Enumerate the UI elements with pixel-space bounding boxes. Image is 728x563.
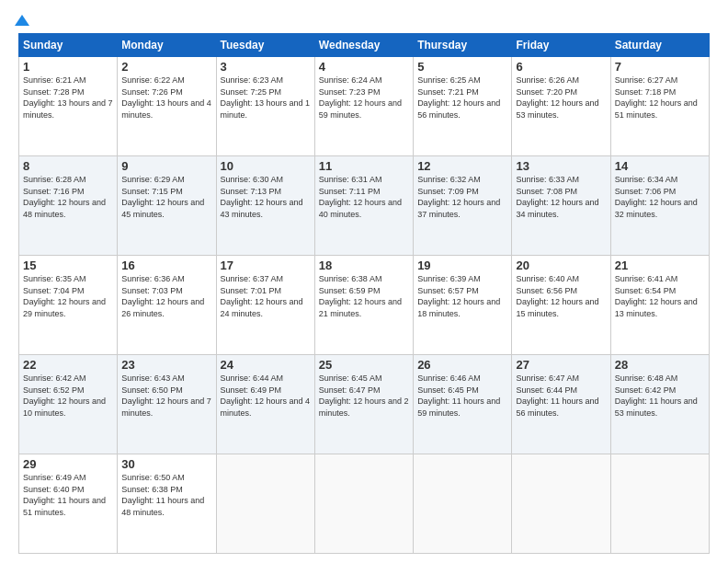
day-number: 22 (23, 358, 113, 372)
day-number: 23 (121, 358, 211, 372)
day-number: 5 (417, 60, 507, 74)
day-info: Sunrise: 6:37 AMSunset: 7:01 PMDaylight:… (221, 273, 311, 319)
day-info: Sunrise: 6:24 AMSunset: 7:23 PMDaylight:… (319, 75, 409, 121)
day-number: 3 (221, 60, 311, 74)
calendar-cell: 7Sunrise: 6:27 AMSunset: 7:18 PMDaylight… (610, 57, 709, 156)
day-info: Sunrise: 6:31 AMSunset: 7:11 PMDaylight:… (319, 174, 409, 220)
calendar-cell: 11Sunrise: 6:31 AMSunset: 7:11 PMDayligh… (314, 156, 413, 256)
calendar-table: SundayMondayTuesdayWednesdayThursdayFrid… (18, 33, 710, 554)
calendar-cell: 14Sunrise: 6:34 AMSunset: 7:06 PMDayligh… (610, 156, 709, 256)
calendar-cell (216, 454, 314, 554)
calendar-cell (512, 454, 610, 554)
calendar-cell: 3Sunrise: 6:23 AMSunset: 7:25 PMDaylight… (216, 57, 314, 156)
day-info: Sunrise: 6:41 AMSunset: 6:54 PMDaylight:… (615, 273, 705, 319)
day-number: 2 (121, 60, 211, 74)
logo-triangle-icon (15, 15, 29, 26)
day-header: Thursday (414, 34, 512, 57)
logo (18, 15, 29, 26)
calendar-cell: 15Sunrise: 6:35 AMSunset: 7:04 PMDayligh… (19, 256, 118, 355)
calendar-cell: 6Sunrise: 6:26 AMSunset: 7:20 PMDaylight… (512, 57, 610, 156)
calendar-cell: 18Sunrise: 6:38 AMSunset: 6:59 PMDayligh… (314, 256, 413, 355)
day-number: 4 (319, 60, 409, 74)
day-number: 8 (23, 159, 113, 173)
day-info: Sunrise: 6:22 AMSunset: 7:26 PMDaylight:… (121, 75, 211, 121)
day-info: Sunrise: 6:35 AMSunset: 7:04 PMDaylight:… (23, 273, 113, 319)
day-info: Sunrise: 6:26 AMSunset: 7:20 PMDaylight:… (516, 75, 606, 121)
day-number: 26 (417, 358, 507, 372)
calendar-cell: 9Sunrise: 6:29 AMSunset: 7:15 PMDaylight… (118, 156, 216, 256)
day-info: Sunrise: 6:25 AMSunset: 7:21 PMDaylight:… (417, 75, 507, 121)
calendar-cell: 27Sunrise: 6:47 AMSunset: 6:44 PMDayligh… (512, 355, 610, 454)
day-info: Sunrise: 6:43 AMSunset: 6:50 PMDaylight:… (121, 373, 211, 419)
day-info: Sunrise: 6:33 AMSunset: 7:08 PMDaylight:… (516, 174, 606, 220)
day-info: Sunrise: 6:28 AMSunset: 7:16 PMDaylight:… (23, 174, 113, 220)
calendar-cell: 2Sunrise: 6:22 AMSunset: 7:26 PMDaylight… (118, 57, 216, 156)
day-info: Sunrise: 6:47 AMSunset: 6:44 PMDaylight:… (516, 373, 606, 419)
day-info: Sunrise: 6:21 AMSunset: 7:28 PMDaylight:… (23, 75, 113, 121)
calendar-cell: 12Sunrise: 6:32 AMSunset: 7:09 PMDayligh… (414, 156, 512, 256)
calendar-cell: 29Sunrise: 6:49 AMSunset: 6:40 PMDayligh… (19, 454, 118, 554)
day-header: Sunday (19, 34, 118, 57)
day-number: 13 (516, 159, 606, 173)
day-header: Tuesday (216, 34, 314, 57)
day-info: Sunrise: 6:50 AMSunset: 6:38 PMDaylight:… (121, 472, 211, 518)
day-number: 9 (121, 159, 211, 173)
day-info: Sunrise: 6:27 AMSunset: 7:18 PMDaylight:… (615, 75, 705, 121)
calendar-cell: 17Sunrise: 6:37 AMSunset: 7:01 PMDayligh… (216, 256, 314, 355)
day-info: Sunrise: 6:38 AMSunset: 6:59 PMDaylight:… (319, 273, 409, 319)
calendar-cell: 25Sunrise: 6:45 AMSunset: 6:47 PMDayligh… (314, 355, 413, 454)
calendar-cell: 19Sunrise: 6:39 AMSunset: 6:57 PMDayligh… (414, 256, 512, 355)
day-info: Sunrise: 6:49 AMSunset: 6:40 PMDaylight:… (23, 472, 113, 518)
day-number: 12 (417, 159, 507, 173)
day-number: 11 (319, 159, 409, 173)
header (18, 15, 710, 26)
day-header: Wednesday (314, 34, 413, 57)
day-info: Sunrise: 6:34 AMSunset: 7:06 PMDaylight:… (615, 174, 705, 220)
day-info: Sunrise: 6:30 AMSunset: 7:13 PMDaylight:… (221, 174, 311, 220)
day-number: 20 (516, 259, 606, 272)
day-number: 10 (221, 159, 311, 173)
calendar-cell: 22Sunrise: 6:42 AMSunset: 6:52 PMDayligh… (19, 355, 118, 454)
calendar-cell (314, 454, 413, 554)
calendar-cell: 13Sunrise: 6:33 AMSunset: 7:08 PMDayligh… (512, 156, 610, 256)
day-number: 25 (319, 358, 409, 372)
calendar-cell: 4Sunrise: 6:24 AMSunset: 7:23 PMDaylight… (314, 57, 413, 156)
day-info: Sunrise: 6:42 AMSunset: 6:52 PMDaylight:… (23, 373, 113, 419)
calendar-cell: 16Sunrise: 6:36 AMSunset: 7:03 PMDayligh… (118, 256, 216, 355)
day-info: Sunrise: 6:23 AMSunset: 7:25 PMDaylight:… (221, 75, 311, 121)
day-info: Sunrise: 6:40 AMSunset: 6:56 PMDaylight:… (516, 273, 606, 319)
day-number: 19 (417, 259, 507, 272)
day-header: Saturday (610, 34, 709, 57)
calendar-cell: 24Sunrise: 6:44 AMSunset: 6:49 PMDayligh… (216, 355, 314, 454)
calendar-cell: 20Sunrise: 6:40 AMSunset: 6:56 PMDayligh… (512, 256, 610, 355)
calendar-cell: 5Sunrise: 6:25 AMSunset: 7:21 PMDaylight… (414, 57, 512, 156)
day-number: 16 (121, 259, 211, 272)
logo-block (18, 15, 29, 26)
calendar-cell: 26Sunrise: 6:46 AMSunset: 6:45 PMDayligh… (414, 355, 512, 454)
day-info: Sunrise: 6:45 AMSunset: 6:47 PMDaylight:… (319, 373, 409, 419)
calendar-cell: 8Sunrise: 6:28 AMSunset: 7:16 PMDaylight… (19, 156, 118, 256)
day-info: Sunrise: 6:32 AMSunset: 7:09 PMDaylight:… (417, 174, 507, 220)
calendar-cell (610, 454, 709, 554)
day-info: Sunrise: 6:44 AMSunset: 6:49 PMDaylight:… (221, 373, 311, 419)
day-number: 24 (221, 358, 311, 372)
page: SundayMondayTuesdayWednesdayThursdayFrid… (0, 0, 728, 563)
calendar-cell: 1Sunrise: 6:21 AMSunset: 7:28 PMDaylight… (19, 57, 118, 156)
day-number: 21 (615, 259, 705, 272)
day-info: Sunrise: 6:48 AMSunset: 6:42 PMDaylight:… (615, 373, 705, 419)
day-number: 18 (319, 259, 409, 272)
day-header: Monday (118, 34, 216, 57)
day-info: Sunrise: 6:46 AMSunset: 6:45 PMDaylight:… (417, 373, 507, 419)
day-number: 1 (23, 60, 113, 74)
day-number: 14 (615, 159, 705, 173)
day-number: 29 (23, 457, 113, 471)
day-number: 28 (615, 358, 705, 372)
day-info: Sunrise: 6:36 AMSunset: 7:03 PMDaylight:… (121, 273, 211, 319)
day-number: 7 (615, 60, 705, 74)
calendar-cell: 23Sunrise: 6:43 AMSunset: 6:50 PMDayligh… (118, 355, 216, 454)
day-number: 17 (221, 259, 311, 272)
calendar-cell: 10Sunrise: 6:30 AMSunset: 7:13 PMDayligh… (216, 156, 314, 256)
day-header: Friday (512, 34, 610, 57)
day-number: 15 (23, 259, 113, 272)
calendar-cell: 21Sunrise: 6:41 AMSunset: 6:54 PMDayligh… (610, 256, 709, 355)
